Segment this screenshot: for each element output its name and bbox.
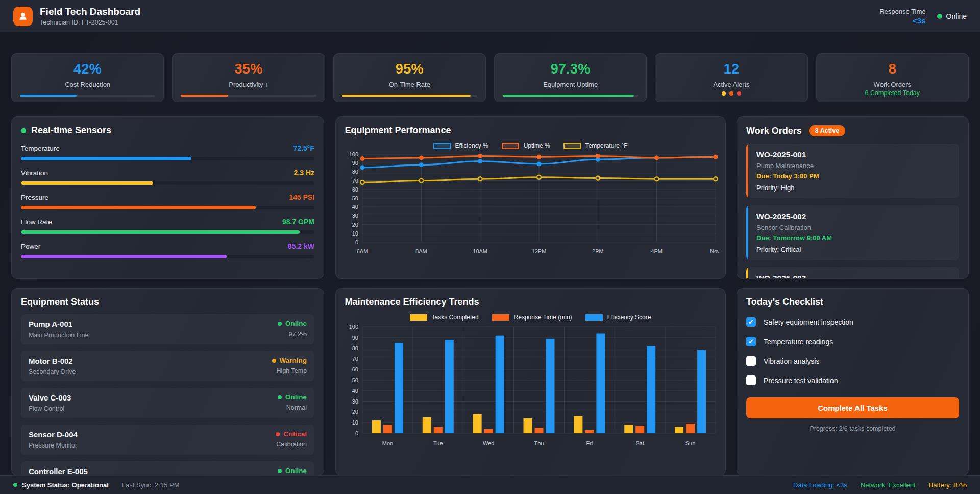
checklist-item-label: Vibration analysis — [764, 357, 819, 365]
brand: Field Tech Dashboard Technician ID: FT-2… — [13, 6, 140, 26]
alert-dot — [737, 91, 741, 96]
legend-swatch — [585, 314, 603, 321]
sensor-value: 145 PSI — [289, 193, 314, 201]
checkbox[interactable] — [746, 356, 756, 366]
sensor-row-vibration: Vibration2.3 Hz — [21, 169, 314, 185]
svg-text:2PM: 2PM — [592, 248, 604, 254]
maintenance-trends-panel: Maintenance Efficiency Trends Tasks Comp… — [335, 288, 726, 476]
equipment-row-pump-a-001[interactable]: Pump A-001Main Production LineOnline97.2… — [21, 314, 314, 344]
equipment-name: Sensor D-004 — [29, 430, 78, 439]
kpi-value: 42% — [74, 61, 102, 77]
equipment-info: 97.2% — [278, 331, 307, 338]
kpi-label: Productivity ↑ — [229, 81, 268, 88]
sensor-bar-track — [21, 206, 314, 209]
svg-text:10AM: 10AM — [473, 248, 487, 254]
kpi-progress-track — [181, 95, 316, 97]
equipment-row-motor-b-002[interactable]: Motor B-002Secondary DriveWarningHigh Te… — [21, 351, 314, 381]
work-order-id: WO-2025-003 — [756, 274, 952, 279]
sensor-bar-track — [21, 181, 314, 185]
work-order-id: WO-2025-002 — [756, 212, 952, 221]
work-order-due: Due: Today 3:00 PM — [756, 172, 952, 180]
equipment-row-valve-c-003[interactable]: Valve C-003Flow ControlOnlineNormal — [21, 388, 314, 418]
kpi-label: Equipment Uptime — [543, 81, 598, 88]
checklist-progress: Progress: 2/6 tasks completed — [746, 425, 959, 432]
work-orders-title-text: Work Orders — [746, 126, 802, 136]
svg-text:30: 30 — [352, 398, 358, 405]
equipment-name: Motor B-002 — [29, 357, 76, 365]
network-quality: Network: Excellent — [861, 481, 916, 489]
kpi-label: On-Time Rate — [389, 81, 430, 88]
svg-text:Fri: Fri — [586, 440, 593, 446]
svg-text:100: 100 — [349, 324, 358, 330]
equipment-desc: Secondary Drive — [29, 368, 76, 375]
kpi-label: Work Orders — [874, 81, 911, 88]
equipment-desc: Pressure Monitor — [29, 442, 78, 449]
checkbox[interactable]: ✓ — [746, 317, 756, 327]
equipment-status-panel: Equipment Status Pump A-001Main Producti… — [11, 288, 324, 476]
work-order-priority: Priority: Critical — [756, 246, 952, 253]
equipment-status-title: Equipment Status — [21, 297, 314, 308]
sensor-bar-fill — [21, 157, 191, 160]
status-dot — [278, 469, 282, 473]
work-order-card-wo-2025-003[interactable]: WO-2025-003Valve InspectionDue: Aug 30, … — [746, 267, 959, 279]
svg-text:0: 0 — [355, 239, 358, 245]
work-order-id: WO-2025-001 — [756, 150, 952, 159]
checklist-item-pressure-test-validation[interactable]: Pressure test validation — [746, 375, 959, 385]
kpi-card-cost-reduction: 42%Cost Reduction — [11, 53, 164, 102]
kpi-value: 95% — [396, 61, 424, 77]
alert-dot — [722, 91, 726, 96]
svg-text:100: 100 — [349, 151, 358, 157]
kpi-value: 8 — [889, 61, 896, 77]
work-order-list[interactable]: WO-2025-001Pump MaintenanceDue: Today 3:… — [746, 144, 959, 279]
response-time-value: <3s — [879, 16, 925, 25]
complete-all-tasks-button[interactable]: Complete All Tasks — [746, 397, 959, 418]
checkbox[interactable]: ✓ — [746, 337, 756, 346]
work-order-card-wo-2025-001[interactable]: WO-2025-001Pump MaintenanceDue: Today 3:… — [746, 144, 959, 198]
legend-item-tasks-completed: Tasks Completed — [410, 314, 479, 321]
kpi-label: Active Alerts — [713, 81, 750, 88]
checklist-item-temperature-readings[interactable]: ✓Temperature readings — [746, 337, 959, 346]
sensor-value: 98.7 GPM — [282, 218, 314, 226]
sensor-bar-track — [21, 230, 314, 234]
legend-item-efficiency: Efficiency % — [433, 142, 488, 149]
legend-swatch — [433, 143, 451, 149]
kpi-value: 35% — [235, 61, 263, 77]
sensor-bar-fill — [21, 230, 300, 234]
sensor-bar-track — [21, 255, 314, 258]
equipment-status-list[interactable]: Pump A-001Main Production LineOnline97.2… — [21, 314, 314, 476]
status-dot — [276, 432, 280, 436]
kpi-label: Cost Reduction — [65, 81, 110, 88]
checklist-item-safety-equipment-inspection[interactable]: ✓Safety equipment inspection — [746, 317, 959, 327]
svg-text:0: 0 — [355, 430, 358, 436]
legend-swatch — [564, 143, 581, 149]
realtime-sensors-panel: Real-time Sensors Temperature72.5°FVibra… — [11, 116, 324, 279]
svg-text:4PM: 4PM — [651, 248, 663, 254]
svg-text:Thu: Thu — [534, 440, 544, 446]
work-orders-title: Work Orders 8 Active — [746, 125, 959, 136]
checklist-title: Today's Checklist — [746, 297, 959, 308]
svg-text:20: 20 — [352, 222, 358, 228]
kpi-subtext: 6 Completed Today — [817, 89, 968, 97]
work-order-card-wo-2025-002[interactable]: WO-2025-002Sensor CalibrationDue: Tomorr… — [746, 205, 959, 260]
equipment-row-sensor-d-004[interactable]: Sensor D-004Pressure MonitorCriticalCali… — [21, 425, 314, 455]
equipment-name: Controller E-005 — [29, 467, 88, 476]
work-order-priority: Priority: High — [756, 184, 952, 192]
checkbox[interactable] — [746, 375, 756, 385]
checklist-item-label: Temperature readings — [764, 338, 833, 346]
priority-accent-bar — [746, 205, 748, 260]
svg-text:Tue: Tue — [433, 440, 443, 446]
kpi-progress-track — [503, 95, 638, 97]
connection-status: Online — [937, 12, 967, 20]
legend-item-uptime: Uptime % — [502, 142, 550, 149]
checklist-item-vibration-analysis[interactable]: Vibration analysis — [746, 356, 959, 366]
svg-text:50: 50 — [352, 377, 358, 383]
legend-item-temperature-f: Temperature °F — [564, 142, 628, 149]
online-status-label: Online — [946, 12, 967, 20]
checklist-item-label: Safety equipment inspection — [764, 318, 853, 326]
response-time: Response Time <3s — [879, 8, 925, 25]
svg-text:70: 70 — [352, 356, 358, 362]
dashboard-main: 42%Cost Reduction35%Productivity ↑95%On-… — [0, 53, 980, 476]
equipment-row-controller-e-005[interactable]: Controller E-005System ControlOnlineAll … — [21, 461, 314, 476]
svg-text:12PM: 12PM — [531, 248, 546, 254]
sensors-title-text: Real-time Sensors — [31, 125, 111, 136]
